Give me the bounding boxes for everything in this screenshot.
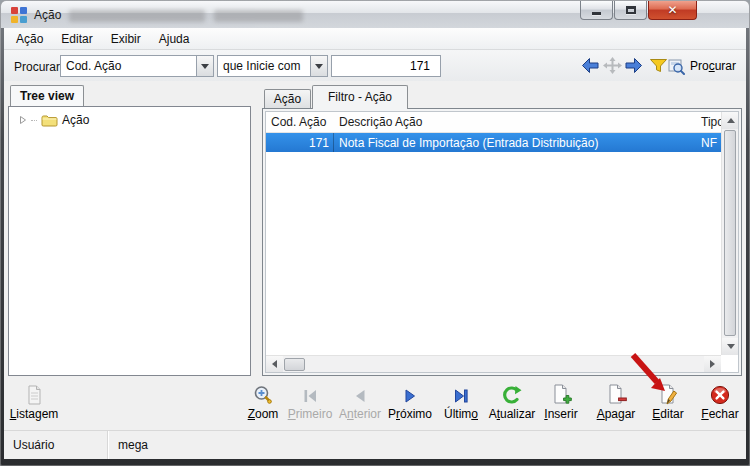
- primeiro-label: Primeiro: [288, 407, 333, 421]
- menu-ajuda[interactable]: Ajuda: [150, 29, 199, 49]
- apagar-button[interactable]: Apagar: [587, 382, 645, 427]
- menu-exibir[interactable]: Exibir: [102, 29, 150, 49]
- tree-view-panel: Ação: [8, 106, 251, 376]
- maximize-icon: [626, 6, 636, 14]
- apagar-label: Apagar: [597, 407, 636, 421]
- cell-cod-acao: 171: [266, 133, 334, 152]
- filter-button[interactable]: [649, 57, 668, 74]
- dropdown-button[interactable]: [196, 56, 213, 76]
- app-window: Ação ✕ Ação Editar Exibir Ajuda Procurar…: [0, 0, 750, 466]
- arrow-left-icon: [581, 57, 600, 74]
- report-doc-icon: [24, 382, 44, 405]
- zoom-label: Zoom: [248, 407, 279, 421]
- first-record-icon: [301, 382, 319, 405]
- search-icon: [668, 58, 685, 75]
- search-label: Procurar: [14, 60, 60, 74]
- menu-editar[interactable]: Editar: [52, 29, 101, 49]
- app-icon: [11, 7, 27, 23]
- atualizar-label: Atualizar: [489, 407, 536, 421]
- triangle-down-icon: [727, 344, 735, 349]
- triangle-left-icon: [272, 360, 277, 368]
- procurar-button[interactable]: Procurar: [668, 56, 736, 76]
- minimize-icon: [592, 12, 601, 15]
- funnel-icon: [649, 57, 668, 74]
- cell-descricao-acao: Nota Fiscal de Importação (Entrada Distr…: [334, 136, 697, 150]
- horizontal-scrollbar-thumb[interactable]: [284, 358, 305, 371]
- grid-header-row: Cod. Ação Descrição Ação Tipo: [266, 112, 721, 133]
- cell-tipo: NF: [697, 136, 721, 150]
- last-record-icon: [452, 382, 470, 405]
- chevron-down-icon: [315, 64, 323, 69]
- menu-acao[interactable]: Ação: [7, 29, 52, 49]
- redacted-title-text: [69, 10, 205, 22]
- triangle-right-icon: [710, 360, 715, 368]
- results-grid: Cod. Ação Descrição Ação Tipo 171 Nota F…: [265, 111, 739, 373]
- fechar-button[interactable]: Fechar: [691, 382, 749, 427]
- status-user-label: Usuário: [4, 431, 108, 459]
- next-record-icon: [401, 382, 419, 405]
- minimize-button[interactable]: [580, 1, 613, 20]
- column-header-cod-acao[interactable]: Cod. Ação: [266, 115, 334, 129]
- inserir-label: Inserir: [544, 407, 577, 421]
- proximo-label: Próximo: [388, 407, 432, 421]
- search-value-input[interactable]: [331, 55, 441, 77]
- triangle-up-icon: [727, 118, 735, 123]
- proximo-button[interactable]: Próximo: [381, 382, 439, 427]
- menu-bar: Ação Editar Exibir Ajuda: [4, 28, 746, 50]
- vertical-scrollbar[interactable]: [721, 112, 738, 355]
- ultimo-button[interactable]: Último: [432, 382, 490, 427]
- maximize-button[interactable]: [614, 1, 647, 20]
- chevron-down-icon: [201, 64, 209, 69]
- listagem-button[interactable]: Listagem: [5, 382, 63, 427]
- previous-record-button[interactable]: [581, 57, 600, 74]
- listagem-label: Listagem: [10, 407, 59, 421]
- magnifier-plus-icon: [253, 382, 273, 405]
- tree-expand-icon: [19, 115, 27, 125]
- results-grid-container: Cod. Ação Descrição Ação Tipo 171 Nota F…: [262, 108, 742, 376]
- move-icon: [603, 57, 622, 74]
- inserir-button[interactable]: Inserir: [532, 382, 590, 427]
- scroll-up-button[interactable]: [722, 112, 739, 129]
- editar-label: Editar: [652, 407, 683, 421]
- insert-doc-plus-icon: [551, 382, 572, 405]
- search-operator-combobox[interactable]: que Inicie com: [217, 55, 328, 77]
- search-field-combobox[interactable]: Cod. Ação: [60, 55, 214, 77]
- scroll-left-button[interactable]: [266, 356, 283, 373]
- vertical-scrollbar-thumb[interactable]: [724, 130, 736, 336]
- edit-pencil-icon: [658, 382, 679, 405]
- status-user-value: mega: [108, 438, 148, 452]
- folder-icon: [41, 114, 58, 127]
- close-icon: ✕: [667, 3, 677, 17]
- status-bar: Usuário mega: [4, 430, 746, 459]
- horizontal-scrollbar[interactable]: [266, 355, 721, 372]
- search-operator-value: que Inicie com: [218, 56, 310, 76]
- close-red-icon: [710, 382, 730, 405]
- window-title: Ação: [34, 8, 61, 22]
- delete-doc-minus-icon: [606, 382, 627, 405]
- editar-button[interactable]: Editar: [639, 382, 697, 427]
- refresh-icon: [502, 382, 522, 405]
- dropdown-button[interactable]: [310, 56, 327, 76]
- tab-acao[interactable]: Ação: [264, 89, 311, 109]
- anterior-label: Anterior: [339, 407, 381, 421]
- redacted-title-text: [214, 10, 303, 22]
- arrow-right-icon: [624, 57, 643, 74]
- column-header-tipo[interactable]: Tipo: [697, 115, 721, 129]
- tree-node-label: Ação: [62, 113, 89, 127]
- tree-connector: [31, 120, 37, 121]
- tree-node-acao[interactable]: Ação: [19, 113, 89, 127]
- scroll-down-button[interactable]: [722, 338, 739, 355]
- column-header-descricao-acao[interactable]: Descrição Ação: [334, 115, 697, 129]
- table-row-selected[interactable]: 171 Nota Fiscal de Importação (Entrada D…: [266, 133, 721, 152]
- previous-record-icon: [351, 382, 369, 405]
- close-button[interactable]: ✕: [648, 1, 697, 20]
- search-field-value: Cod. Ação: [61, 56, 196, 76]
- next-record-button[interactable]: [624, 57, 643, 74]
- tab-filtro-acao[interactable]: Filtro - Ação: [312, 85, 408, 109]
- fechar-label: Fechar: [701, 407, 738, 421]
- move-record-button[interactable]: [603, 57, 622, 74]
- procurar-button-label: Procurar: [690, 59, 736, 73]
- tab-tree-view[interactable]: Tree view: [10, 85, 84, 107]
- ultimo-label: Último: [444, 407, 478, 421]
- scroll-right-button[interactable]: [704, 356, 721, 373]
